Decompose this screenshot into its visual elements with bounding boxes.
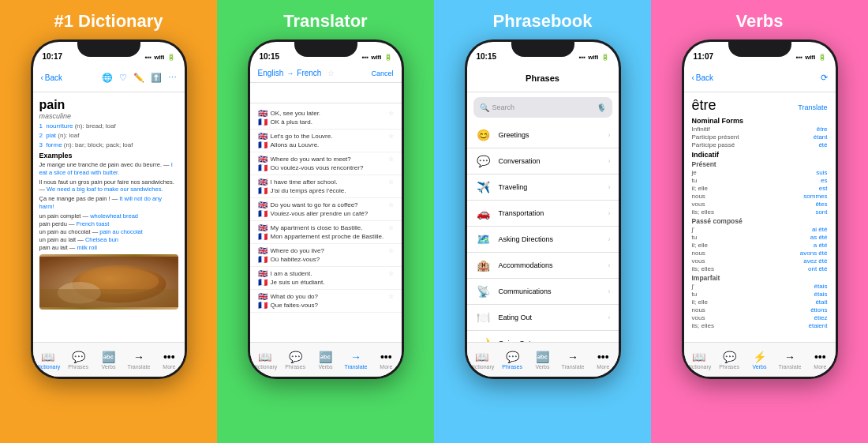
trans-en-5: 🇬🇧 Do you want to go for a coffee? ☆ bbox=[258, 201, 394, 209]
eating-icon: 🍽️ bbox=[475, 309, 492, 326]
panel-title-4: Verbs bbox=[736, 11, 784, 32]
chevron-right-icon-4: › bbox=[608, 209, 611, 217]
uk-flag-9: 🇬🇧 bbox=[258, 292, 268, 301]
tab-lbl-verbs-2: Verbs bbox=[319, 364, 333, 370]
tab-translate-4[interactable]: → Translate bbox=[775, 351, 805, 370]
tab-phrases-1[interactable]: 💬 Phrases bbox=[63, 351, 93, 370]
phrase-item-greetings[interactable]: 😊 Greetings › bbox=[467, 122, 619, 148]
phrase-item-accommodations[interactable]: 🏨 Accommodations › bbox=[467, 253, 619, 279]
verb-row-ils-sont: ils; elles sont bbox=[692, 208, 828, 216]
tab-dictionary-1[interactable]: 📖 Dictionary bbox=[33, 351, 63, 370]
tab-phrases-4[interactable]: 💬 Phrases bbox=[714, 351, 744, 370]
more-icon[interactable]: ⋯ bbox=[168, 73, 177, 83]
form-avons-ete: avons été bbox=[800, 250, 828, 257]
lang-from[interactable]: English bbox=[258, 69, 284, 77]
tab-verbs-1[interactable]: 🔤 Verbs bbox=[93, 351, 123, 370]
tab-phrases-3[interactable]: 💬 Phrases bbox=[497, 351, 527, 370]
heart-icon[interactable]: ♡ bbox=[119, 73, 127, 83]
infinitif-label: Infinitif bbox=[692, 126, 710, 133]
wifi-icon-4: wifi bbox=[805, 54, 815, 61]
tab-phrases-2[interactable]: 💬 Phrases bbox=[280, 351, 310, 370]
phrase-item-directions[interactable]: 🗺️ Asking Directions › bbox=[467, 227, 619, 253]
pronoun-vous: vous bbox=[692, 201, 705, 208]
star-icon-7[interactable]: ☆ bbox=[388, 247, 394, 254]
search-placeholder-phrases: Search bbox=[492, 103, 515, 111]
trans-fr-2: 🇫🇷 Allons au Louvre. bbox=[258, 141, 394, 149]
phone-4: 11:07 ▪▪▪ wifi 🔋 ‹ Back ⟳ bbox=[682, 39, 838, 379]
back-button-4[interactable]: ‹ Back bbox=[692, 73, 714, 82]
directions-icon: 🗺️ bbox=[475, 231, 492, 248]
more-tab-icon-3: ••• bbox=[597, 351, 609, 363]
form-avez-ete: avez été bbox=[803, 257, 827, 265]
tab-verbs-2[interactable]: 🔤 Verbs bbox=[310, 351, 340, 370]
phrase-item-conversation[interactable]: 💬 Conversation › bbox=[467, 148, 619, 175]
tab-dict-3[interactable]: 📖 Dictionary bbox=[467, 351, 497, 370]
en-text-7: Where do you live? bbox=[271, 247, 324, 254]
cancel-button[interactable]: Cancel bbox=[371, 69, 393, 77]
accommodations-label: Accommodations bbox=[499, 261, 602, 269]
translator-search[interactable] bbox=[250, 83, 402, 103]
star-icon-8[interactable]: ☆ bbox=[388, 270, 394, 277]
pencil-icon[interactable]: ✏️ bbox=[133, 73, 144, 83]
mic-icon-phrases[interactable]: 🎙️ bbox=[597, 103, 606, 112]
lang-to[interactable]: French bbox=[297, 69, 321, 77]
fr-flag-4: 🇫🇷 bbox=[258, 186, 268, 195]
tab-translate-3[interactable]: → Translate bbox=[558, 351, 588, 370]
star-icon-5[interactable]: ☆ bbox=[388, 201, 394, 208]
form-sommes: sommes bbox=[803, 193, 827, 200]
tab-dict-2[interactable]: 📖 Dictionary bbox=[250, 351, 280, 370]
pronoun-ils-elles-2: ils; elles bbox=[692, 265, 714, 272]
tab-verbs-4[interactable]: ⚡ Verbs bbox=[744, 351, 774, 370]
phrase-item-goingout[interactable]: 🌙 Going Out › bbox=[467, 331, 619, 342]
fr-text-2: Allons au Louvre. bbox=[271, 141, 320, 148]
phrase-search-bar[interactable]: 🔍 Search 🎙️ bbox=[473, 97, 612, 118]
star-icon-1[interactable]: ☆ bbox=[388, 110, 394, 117]
star-icon-9[interactable]: ☆ bbox=[388, 293, 394, 300]
star-icon-6[interactable]: ☆ bbox=[388, 224, 394, 231]
tab-translate-1[interactable]: → Translate bbox=[124, 351, 154, 370]
tab-dict-4[interactable]: 📖 Dictionary bbox=[684, 351, 714, 370]
trans-en-9: 🇬🇧 What do you do? ☆ bbox=[258, 292, 394, 301]
tab-more-3[interactable]: ••• More bbox=[588, 351, 618, 370]
star-icon-3[interactable]: ☆ bbox=[388, 156, 394, 163]
form-as-ete: as été bbox=[810, 234, 828, 241]
chevron-right-icon-2: › bbox=[608, 157, 611, 165]
phrase-item-communications[interactable]: 📡 Communications › bbox=[467, 279, 619, 305]
fr-text-9: Que faites-vous? bbox=[271, 302, 318, 309]
star-icon-2[interactable]: ☆ bbox=[388, 133, 394, 140]
tab-lbl-more-2: More bbox=[380, 364, 392, 370]
phone-3: 10:15 ▪▪▪ wifi 🔋 Phrases 🔍 Search 🎙️ bbox=[465, 39, 621, 379]
phrase-item-transportation[interactable]: 🚗 Transportation › bbox=[467, 201, 619, 227]
globe-icon[interactable]: 🌐 bbox=[102, 73, 113, 83]
trans-en-1: 🇬🇧 OK, see you later. ☆ bbox=[258, 109, 394, 118]
refresh-icon[interactable]: ⟳ bbox=[821, 73, 828, 83]
verb-row-vous-etiez: vous étiez bbox=[692, 314, 828, 321]
tab-verbs-3[interactable]: 🔤 Verbs bbox=[527, 351, 557, 370]
trans-en-7: 🇬🇧 Where do you live? ☆ bbox=[258, 246, 394, 255]
star-icon-4[interactable]: ☆ bbox=[388, 178, 394, 186]
status-time-4: 11:07 bbox=[694, 52, 714, 61]
back-label-4: Back bbox=[696, 73, 713, 82]
en-text-1: OK, see you later. bbox=[271, 110, 321, 117]
form-ont-ete: ont été bbox=[808, 265, 827, 272]
tab-more-4[interactable]: ••• More bbox=[805, 351, 835, 370]
verb-row-ils-etaient: ils; elles étaient bbox=[692, 322, 828, 329]
pronoun-nous: nous bbox=[692, 193, 705, 200]
share-icon[interactable]: ⬆️ bbox=[151, 73, 162, 83]
tab-translate-2[interactable]: → Translate bbox=[341, 351, 371, 370]
tab-more-2[interactable]: ••• More bbox=[371, 351, 401, 370]
tab-lbl-phrases-4: Phrases bbox=[719, 364, 739, 370]
directions-label: Asking Directions bbox=[499, 235, 602, 243]
back-button-1[interactable]: ‹ Back bbox=[41, 73, 63, 82]
translate-verb-button[interactable]: Translate bbox=[798, 103, 827, 111]
trans-fr-4: 🇫🇷 J'ai du temps après l'école. bbox=[258, 186, 394, 195]
form-etais-2: étais bbox=[814, 291, 828, 298]
signal-icon-4: ▪▪▪ bbox=[796, 54, 803, 61]
en-text-6: My apartment is close to Bastille. bbox=[271, 224, 363, 231]
verb-row-tu-as-ete: tu as été bbox=[692, 234, 828, 241]
verb-row-j-ai-ete: j' ai été bbox=[692, 226, 828, 233]
tab-more-1[interactable]: ••• More bbox=[154, 351, 184, 370]
phrase-item-eating[interactable]: 🍽️ Eating Out › bbox=[467, 305, 619, 331]
chevron-right-icon-5: › bbox=[608, 235, 611, 243]
phrase-item-traveling[interactable]: ✈️ Traveling › bbox=[467, 175, 619, 201]
